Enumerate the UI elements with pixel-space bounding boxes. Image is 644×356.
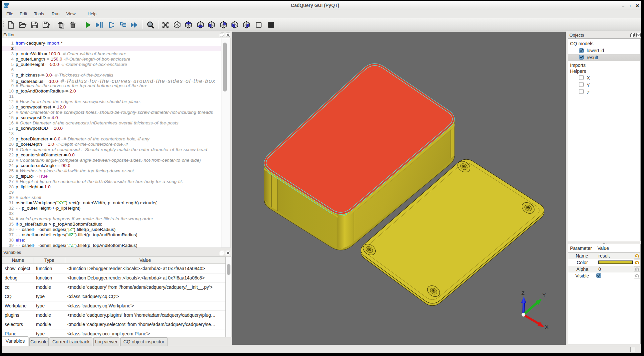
svg-text:Y: Y	[542, 292, 546, 298]
svg-text:Z: Z	[521, 290, 524, 296]
svg-text:X: X	[545, 324, 548, 330]
